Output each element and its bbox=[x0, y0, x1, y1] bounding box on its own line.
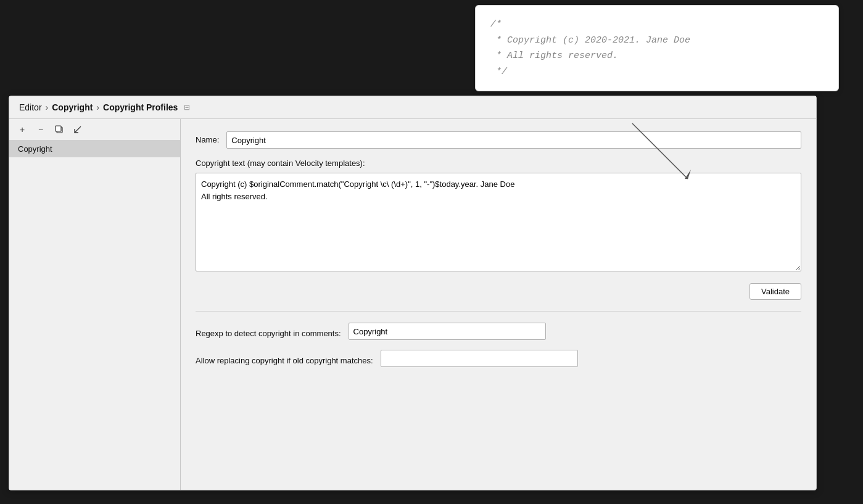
main-panel: Name: Copyright text (may contain Veloci… bbox=[181, 119, 816, 490]
tooltip-line-3: * All rights reserved. bbox=[490, 48, 824, 64]
copyright-text-input[interactable] bbox=[196, 173, 801, 271]
copyright-text-section: Copyright text (may contain Velocity tem… bbox=[196, 159, 801, 273]
regexp-input[interactable] bbox=[349, 323, 546, 340]
breadcrumb: Editor › Copyright › Copyright Profiles … bbox=[9, 96, 816, 119]
breadcrumb-editor: Editor bbox=[19, 102, 42, 112]
tooltip-line-4: */ bbox=[490, 64, 824, 80]
svg-rect-3 bbox=[56, 126, 61, 131]
copyright-text-label: Copyright text (may contain Velocity tem… bbox=[196, 159, 801, 168]
add-button[interactable]: + bbox=[14, 123, 30, 136]
name-input[interactable] bbox=[226, 131, 801, 149]
allow-label: Allow replacing copyright if old copyrig… bbox=[196, 352, 373, 365]
divider-1 bbox=[196, 311, 801, 312]
preview-tooltip: /* * Copyright (c) 2020-2021. Jane Doe *… bbox=[475, 5, 839, 91]
remove-button[interactable]: − bbox=[33, 123, 49, 136]
tooltip-arrow bbox=[626, 117, 700, 191]
breadcrumb-sep-1: › bbox=[46, 102, 49, 112]
allow-row: Allow replacing copyright if old copyrig… bbox=[196, 350, 801, 367]
sidebar-item-copyright[interactable]: Copyright bbox=[9, 141, 180, 157]
breadcrumb-sep-2: › bbox=[96, 102, 99, 112]
textarea-wrapper bbox=[196, 173, 801, 273]
sidebar: + − Copyright bbox=[9, 119, 181, 490]
sidebar-toolbar: + − bbox=[9, 119, 180, 141]
regexp-label: Regexp to detect copyright in comments: bbox=[196, 325, 341, 338]
breadcrumb-copyright: Copyright bbox=[52, 102, 93, 112]
validate-row: Validate bbox=[196, 283, 801, 300]
regexp-row: Regexp to detect copyright in comments: bbox=[196, 323, 801, 340]
breadcrumb-copyright-profiles: Copyright Profiles bbox=[103, 102, 178, 112]
validate-button[interactable]: Validate bbox=[749, 283, 801, 300]
sidebar-item-copyright-label: Copyright bbox=[18, 144, 52, 154]
svg-line-0 bbox=[632, 123, 688, 179]
name-label: Name: bbox=[196, 131, 219, 144]
svg-marker-1 bbox=[685, 170, 691, 179]
tooltip-line-1: /* bbox=[490, 17, 824, 33]
breadcrumb-settings-icon[interactable]: ⊟ bbox=[184, 103, 190, 112]
copy-button[interactable] bbox=[51, 123, 67, 136]
tooltip-line-2: * Copyright (c) 2020-2021. Jane Doe bbox=[490, 33, 824, 49]
allow-input[interactable] bbox=[381, 350, 578, 367]
move-button[interactable] bbox=[70, 123, 86, 136]
name-row: Name: bbox=[196, 131, 801, 149]
